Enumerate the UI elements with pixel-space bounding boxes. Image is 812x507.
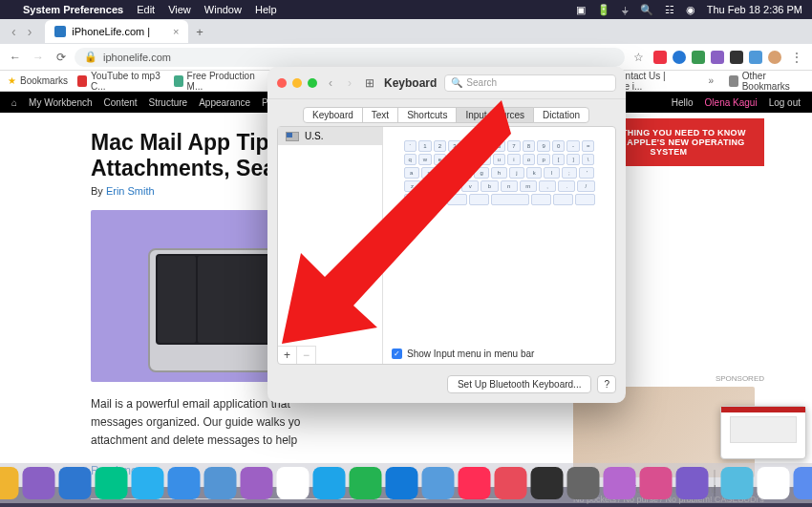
- article-body: Mail is a powerful email application tha…: [91, 395, 444, 451]
- overflow-icon[interactable]: ⋮: [787, 51, 806, 64]
- dock-app-icon[interactable]: [132, 467, 164, 499]
- logout-link[interactable]: Log out: [769, 97, 801, 108]
- sitebar-hello: Hello: [672, 97, 694, 108]
- menu-window[interactable]: Window: [204, 4, 242, 15]
- extension-icon[interactable]: [749, 51, 762, 64]
- dock-app-icon[interactable]: [495, 467, 527, 499]
- help-button[interactable]: ?: [597, 375, 616, 393]
- new-tab-button[interactable]: +: [188, 25, 211, 39]
- dock-app-icon[interactable]: [204, 467, 237, 499]
- key: 8: [523, 140, 536, 152]
- other-bookmarks-folder[interactable]: Other Bookmarks: [729, 71, 804, 92]
- all-prefs-icon[interactable]: ⊞: [363, 76, 376, 90]
- screenshot-thumbnail[interactable]: [720, 406, 806, 459]
- dock-app-icon[interactable]: [794, 467, 813, 499]
- dock-app-icon[interactable]: [676, 467, 709, 499]
- key: =: [582, 140, 595, 152]
- dock-app-icon[interactable]: [0, 467, 19, 499]
- battery-icon[interactable]: 🔋: [597, 4, 610, 16]
- show-input-menu-checkbox[interactable]: ✓ Show Input menu in menu bar: [392, 349, 534, 359]
- back-button-icon[interactable]: ←: [6, 51, 25, 64]
- avatar-icon[interactable]: [768, 51, 781, 64]
- home-icon[interactable]: ⌂: [11, 97, 17, 108]
- bookmark-item[interactable]: Free Production M...: [174, 71, 260, 92]
- dock-app-icon[interactable]: [721, 467, 754, 499]
- app-menu[interactable]: System Preferences: [23, 4, 123, 15]
- star-icon[interactable]: ☆: [629, 51, 648, 64]
- bookmarks-folder[interactable]: ★Bookmarks: [8, 75, 68, 86]
- tab-shortcuts[interactable]: Shortcuts: [397, 107, 457, 123]
- menu-view[interactable]: View: [168, 4, 191, 15]
- dock-app-icon[interactable]: [277, 467, 310, 499]
- search-icon: 🔍: [451, 77, 462, 88]
- zoom-window-button[interactable]: [308, 78, 317, 88]
- bookmark-item[interactable]: YouTube to mp3 C...: [77, 71, 164, 92]
- tab-keyboard[interactable]: Keyboard: [303, 107, 363, 123]
- dock-app-icon[interactable]: [386, 467, 418, 499]
- tab-input-sources[interactable]: Input Sources: [456, 107, 534, 123]
- extension-icon[interactable]: [653, 51, 667, 64]
- dock-app-icon[interactable]: [604, 467, 636, 499]
- input-sources-list[interactable]: U.S. + −: [278, 127, 383, 364]
- dock-app-icon[interactable]: [758, 467, 790, 499]
- dock-app-icon[interactable]: [350, 467, 382, 499]
- address-bar[interactable]: 🔒 iphonelife.com: [75, 48, 625, 67]
- dock-app-icon[interactable]: [168, 467, 201, 499]
- menubar-clock[interactable]: Thu Feb 18 2:36 PM: [707, 4, 802, 15]
- remove-input-source-button[interactable]: −: [297, 347, 316, 364]
- key: [469, 194, 489, 205]
- dock-app-icon[interactable]: [313, 467, 346, 499]
- key: a: [404, 167, 419, 179]
- tray-icon[interactable]: ▣: [576, 4, 586, 16]
- search-icon[interactable]: 🔍: [640, 4, 653, 16]
- control-center-icon[interactable]: ☷: [665, 4, 674, 16]
- tab-text[interactable]: Text: [362, 107, 398, 123]
- prefs-search-input[interactable]: 🔍 Search: [444, 74, 616, 92]
- dock-app-icon[interactable]: [531, 467, 564, 499]
- author-link[interactable]: Erin Smith: [106, 185, 155, 197]
- key: c: [442, 180, 459, 192]
- history-back-icon[interactable]: ‹: [6, 24, 22, 39]
- extension-icon[interactable]: [692, 51, 705, 64]
- input-source-item[interactable]: U.S.: [278, 127, 382, 145]
- history-fwd-icon[interactable]: ›: [22, 24, 38, 39]
- sitebar-item[interactable]: My Workbench: [29, 97, 93, 108]
- tab-title: iPhoneLife.com |: [72, 26, 150, 37]
- minimize-window-button[interactable]: [292, 78, 302, 88]
- sitebar-item[interactable]: Content: [104, 97, 138, 108]
- dock-app-icon[interactable]: [96, 467, 128, 499]
- close-window-button[interactable]: [277, 78, 287, 88]
- dock-app-icon[interactable]: [640, 467, 673, 499]
- dock-app-icon[interactable]: [459, 467, 491, 499]
- wifi-icon[interactable]: ⏚: [622, 4, 629, 15]
- dock-app-icon[interactable]: [23, 467, 55, 499]
- extension-icon[interactable]: [711, 51, 724, 64]
- extension-icon[interactable]: [673, 51, 686, 64]
- dock-app-icon[interactable]: [241, 467, 273, 499]
- back-icon[interactable]: ‹: [325, 76, 336, 90]
- add-input-source-button[interactable]: +: [278, 347, 297, 364]
- sitebar-user[interactable]: Olena Kagui: [705, 97, 758, 108]
- dock-app-icon[interactable]: [567, 467, 600, 499]
- bookmarks-overflow-icon[interactable]: »: [703, 75, 719, 86]
- menu-help[interactable]: Help: [255, 4, 277, 15]
- menu-edit[interactable]: Edit: [137, 4, 155, 15]
- dock-app-icon[interactable]: [422, 467, 455, 499]
- sitebar-item[interactable]: Structure: [149, 97, 188, 108]
- close-icon[interactable]: ×: [173, 26, 179, 37]
- key: [425, 194, 445, 205]
- browser-tab[interactable]: iPhoneLife.com | ×: [45, 20, 188, 43]
- macos-menubar: System Preferences Edit View Window Help…: [0, 0, 812, 19]
- sitebar-item[interactable]: Appearance: [199, 97, 250, 108]
- tab-dictation[interactable]: Dictation: [533, 107, 589, 123]
- key: [553, 194, 573, 205]
- extension-icon[interactable]: [730, 51, 743, 64]
- dock-app-icon[interactable]: [59, 467, 92, 499]
- key: w: [418, 154, 432, 165]
- setup-bluetooth-button[interactable]: Set Up Bluetooth Keyboard...: [447, 375, 592, 393]
- key: 0: [552, 140, 566, 152]
- reload-icon[interactable]: ⟳: [52, 51, 71, 64]
- siri-icon[interactable]: ◉: [686, 4, 695, 16]
- forward-icon: ›: [344, 76, 355, 90]
- key: 4: [463, 140, 477, 152]
